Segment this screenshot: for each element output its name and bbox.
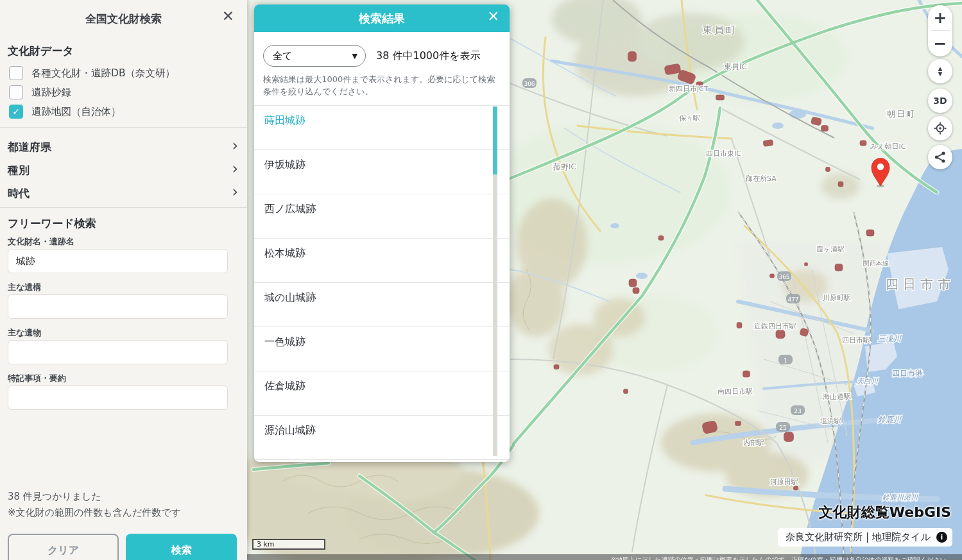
checkbox-isekichizu-label: 遺跡地図（自治体） <box>31 105 121 119</box>
result-filter-select[interactable]: 全て ▼ <box>263 45 366 67</box>
notes-summary-input[interactable] <box>8 386 228 410</box>
share-button[interactable] <box>928 145 952 169</box>
sidebar-close-icon[interactable]: ✕ <box>222 9 234 24</box>
bottom-notice-text: ※地図上に示した遺跡の位置・範囲は概要を示したものです。正確な位置・範囲は各自治… <box>247 556 962 560</box>
svg-text:鈴鹿川派川: 鈴鹿川派川 <box>882 493 918 502</box>
svg-text:25: 25 <box>779 425 786 431</box>
svg-text:東員IC: 東員IC <box>724 62 747 71</box>
field-label-name: 文化財名・遺跡名 <box>8 236 239 248</box>
checkbox-row-shoroku[interactable]: 遺跡抄録 <box>0 83 247 102</box>
locate-button[interactable] <box>928 116 952 140</box>
result-item[interactable]: 一色城跡 <box>254 327 510 371</box>
main-features-input[interactable] <box>8 294 228 319</box>
svg-text:四日市市: 四日市市 <box>886 276 955 292</box>
checkbox-row-isekichizu[interactable]: ✓ 遺跡地図（自治体） <box>0 102 247 121</box>
svg-text:関西本線: 関西本線 <box>863 260 889 267</box>
svg-text:朝日町: 朝日町 <box>887 109 916 119</box>
field-label-notes: 特記事項・要約 <box>8 373 239 384</box>
accordion-era[interactable]: 時代 › <box>0 182 247 205</box>
svg-text:四日市港: 四日市港 <box>892 369 923 378</box>
svg-text:保々駅: 保々駅 <box>679 114 700 123</box>
webgis-app: { "sidebar": { "title": "全国文化財検索", "sect… <box>0 0 962 560</box>
map-scale-bar: 3 km <box>252 539 325 550</box>
field-label-relics: 主な遺物 <box>8 327 239 339</box>
chevron-down-icon: ▼ <box>352 52 357 60</box>
svg-text:内部駅: 内部駅 <box>743 439 764 447</box>
svg-text:川原町駅: 川原町駅 <box>823 294 851 302</box>
tilt-control-button[interactable]: ▲ ▼ <box>928 59 952 83</box>
filter-accordions: 都道府県 › 種別 › 時代 › <box>0 135 247 205</box>
freeword-section-title: フリーワード検索 <box>8 216 239 232</box>
result-item[interactable]: 蒔田城跡 <box>254 106 510 150</box>
checkbox-db-label: 各種文化財・遺跡DB（奈文研） <box>31 67 175 80</box>
checkbox-shoroku[interactable] <box>9 85 23 99</box>
checkbox-shoroku-label: 遺跡抄録 <box>31 86 71 99</box>
svg-text:三滝川: 三滝川 <box>878 334 902 343</box>
svg-text:東員町: 東員町 <box>703 24 737 36</box>
divider <box>0 207 247 208</box>
accordion-prefecture[interactable]: 都道府県 › <box>0 135 247 158</box>
divider <box>0 127 247 128</box>
three-d-button[interactable]: 3D <box>928 89 952 113</box>
checkbox-row-db[interactable]: 各種文化財・遺跡DB（奈文研） <box>0 64 247 83</box>
zoom-control: + − <box>928 5 952 56</box>
results-panel-title: 検索結果 <box>359 11 405 26</box>
share-icon <box>934 151 947 164</box>
info-icon[interactable]: i <box>936 532 947 543</box>
results-scrollbar-track[interactable] <box>493 106 497 456</box>
accordion-era-label: 時代 <box>8 186 30 201</box>
clear-button[interactable]: クリア <box>8 534 119 560</box>
svg-text:鈴鹿川: 鈴鹿川 <box>878 415 902 424</box>
chevron-right-icon: › <box>232 184 238 199</box>
locate-icon <box>934 122 947 135</box>
result-item[interactable]: 松本城跡 <box>254 239 510 283</box>
svg-text:みえ朝日IC: みえ朝日IC <box>870 142 906 151</box>
accordion-prefecture-label: 都道府県 <box>8 140 51 155</box>
svg-text:四日市駅: 四日市駅 <box>842 336 870 344</box>
svg-text:菰野IC: 菰野IC <box>553 162 576 171</box>
svg-text:南四日市駅: 南四日市駅 <box>717 387 753 396</box>
svg-text:近鉄四日市駅: 近鉄四日市駅 <box>754 322 796 330</box>
results-count-text: 38 件中1000件を表示 <box>376 49 481 63</box>
tilt-down-icon: ▼ <box>938 71 943 76</box>
data-section-title: 文化財データ <box>8 44 239 58</box>
property-name-input[interactable] <box>8 249 228 273</box>
accordion-type[interactable]: 種別 › <box>0 158 247 182</box>
result-item[interactable]: 西ノ広城跡 <box>254 194 510 239</box>
sidebar-header: 全国文化財検索 ✕ <box>0 0 247 30</box>
result-item[interactable]: 佐倉城跡 <box>254 371 510 416</box>
sidebar-actions: クリア 検索 <box>8 534 237 560</box>
result-item[interactable]: 源治山城跡 <box>254 416 510 460</box>
result-item[interactable]: 伊坂城跡 <box>254 150 510 194</box>
svg-text:23: 23 <box>794 408 801 414</box>
results-list: 蒔田城跡 伊坂城跡 西ノ広城跡 松本城跡 城の山城跡 一色城跡 佐倉城跡 源治山… <box>254 105 510 462</box>
result-count-line1: 38 件見つかりました <box>8 489 181 505</box>
svg-text:四日市東IC: 四日市東IC <box>706 149 741 158</box>
checkbox-isekichizu[interactable]: ✓ <box>9 105 23 119</box>
zoom-out-button[interactable]: − <box>928 31 952 56</box>
results-controls: 全て ▼ 38 件中1000件を表示 <box>254 32 510 67</box>
svg-text:御在所SA: 御在所SA <box>745 174 777 183</box>
results-info-text: 検索結果は最大1000件まで表示されます。必要に応じて検索条件を絞り込んでくださ… <box>254 67 510 105</box>
result-count-text: 38 件見つかりました ※文化財の範囲の件数も含んだ件数です <box>8 489 181 521</box>
result-filter-value: 全て <box>273 50 292 62</box>
svg-text:306: 306 <box>524 81 535 87</box>
result-item[interactable]: 城の山城跡 <box>254 283 510 327</box>
results-scrollbar-thumb[interactable] <box>493 106 497 174</box>
svg-text:海山道駅: 海山道駅 <box>823 393 851 401</box>
main-relics-input[interactable] <box>8 340 228 364</box>
results-close-icon[interactable]: ✕ <box>488 10 499 24</box>
checkbox-db[interactable] <box>9 66 23 80</box>
svg-text:塩浜駅: 塩浜駅 <box>820 417 841 425</box>
svg-text:新四日市JCT: 新四日市JCT <box>669 85 709 93</box>
app-brand-title: 文化財総覧WebGIS <box>819 503 951 522</box>
svg-text:霞ヶ浦駅: 霞ヶ浦駅 <box>816 245 845 253</box>
svg-text:河原田駅: 河原田駅 <box>770 478 798 486</box>
zoom-in-button[interactable]: + <box>928 5 952 30</box>
svg-text:477: 477 <box>787 296 798 303</box>
attribution-text: 奈良文化財研究所 | 地理院タイル <box>786 531 931 543</box>
svg-text:365: 365 <box>778 274 789 280</box>
svg-text:1: 1 <box>784 357 787 364</box>
sidebar-title: 全国文化財検索 <box>0 12 247 26</box>
search-button[interactable]: 検索 <box>126 534 237 560</box>
